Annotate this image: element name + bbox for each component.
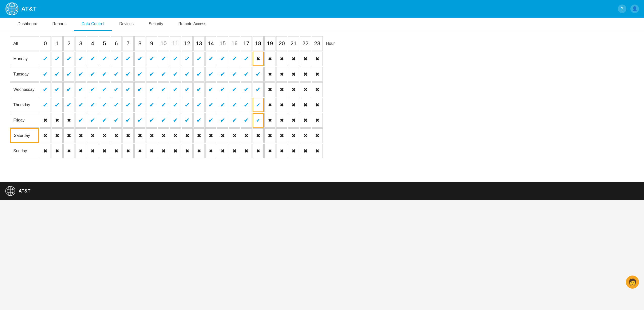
sat-3[interactable]: ✖ <box>75 128 86 143</box>
fri-19[interactable]: ✖ <box>264 113 275 128</box>
tue-8[interactable]: ✔ <box>134 67 145 82</box>
sat-7[interactable]: ✖ <box>123 128 134 143</box>
tue-6[interactable]: ✔ <box>111 67 122 82</box>
wed-15[interactable]: ✔ <box>217 82 228 97</box>
thu-11[interactable]: ✔ <box>170 98 181 112</box>
sun-15[interactable]: ✖ <box>217 144 228 158</box>
sat-1[interactable]: ✖ <box>52 128 63 143</box>
fri-4[interactable]: ✔ <box>87 113 98 128</box>
hour-18[interactable]: 18 <box>253 36 264 51</box>
sun-11[interactable]: ✖ <box>170 144 181 158</box>
sat-19[interactable]: ✖ <box>264 128 275 143</box>
wednesday-label[interactable]: Wednesday <box>10 82 39 97</box>
tue-19[interactable]: ✖ <box>264 67 275 82</box>
hour-17[interactable]: 17 <box>241 36 252 51</box>
thu-7[interactable]: ✔ <box>123 98 134 112</box>
thu-4[interactable]: ✔ <box>87 98 98 112</box>
wed-20[interactable]: ✖ <box>276 82 287 97</box>
hour-16[interactable]: 16 <box>229 36 240 51</box>
sat-20[interactable]: ✖ <box>276 128 287 143</box>
wed-16[interactable]: ✔ <box>229 82 240 97</box>
mon-10[interactable]: ✔ <box>158 52 169 66</box>
tue-5[interactable]: ✔ <box>99 67 110 82</box>
hour-7[interactable]: 7 <box>123 36 134 51</box>
tue-14[interactable]: ✔ <box>205 67 216 82</box>
thu-15[interactable]: ✔ <box>217 98 228 112</box>
mon-4[interactable]: ✔ <box>87 52 98 66</box>
hour-10[interactable]: 10 <box>158 36 169 51</box>
hour-4[interactable]: 4 <box>87 36 98 51</box>
hour-5[interactable]: 5 <box>99 36 110 51</box>
sat-11[interactable]: ✖ <box>170 128 181 143</box>
nav-dashboard[interactable]: Dashboard <box>10 18 45 31</box>
tue-9[interactable]: ✔ <box>146 67 157 82</box>
tue-17[interactable]: ✔ <box>241 67 252 82</box>
mon-15[interactable]: ✔ <box>217 52 228 66</box>
hour-2[interactable]: 2 <box>63 36 74 51</box>
fri-0[interactable]: ✖ <box>40 113 51 128</box>
wed-21[interactable]: ✖ <box>288 82 299 97</box>
fri-16[interactable]: ✔ <box>229 113 240 128</box>
thu-13[interactable]: ✔ <box>193 98 205 112</box>
wed-8[interactable]: ✔ <box>134 82 145 97</box>
tue-7[interactable]: ✔ <box>123 67 134 82</box>
hour-13[interactable]: 13 <box>193 36 205 51</box>
mon-17[interactable]: ✔ <box>241 52 252 66</box>
monday-label[interactable]: Monday <box>10 52 39 66</box>
thu-9[interactable]: ✔ <box>146 98 157 112</box>
fri-13[interactable]: ✔ <box>193 113 205 128</box>
mon-0[interactable]: ✔ <box>40 52 51 66</box>
thu-20[interactable]: ✖ <box>276 98 287 112</box>
hour-8[interactable]: 8 <box>134 36 145 51</box>
saturday-label[interactable]: Saturday <box>10 128 39 143</box>
mon-6[interactable]: ✔ <box>111 52 122 66</box>
sat-12[interactable]: ✖ <box>182 128 193 143</box>
wed-19[interactable]: ✖ <box>264 82 275 97</box>
fri-9[interactable]: ✔ <box>146 113 157 128</box>
wed-5[interactable]: ✔ <box>99 82 110 97</box>
wed-3[interactable]: ✔ <box>75 82 86 97</box>
sun-7[interactable]: ✖ <box>123 144 134 158</box>
wed-17[interactable]: ✔ <box>241 82 252 97</box>
hour-9[interactable]: 9 <box>146 36 157 51</box>
wed-22[interactable]: ✖ <box>300 82 311 97</box>
mon-9[interactable]: ✔ <box>146 52 157 66</box>
fri-11[interactable]: ✔ <box>170 113 181 128</box>
sun-17[interactable]: ✖ <box>241 144 252 158</box>
thu-2[interactable]: ✔ <box>63 98 74 112</box>
mon-23[interactable]: ✖ <box>312 52 323 66</box>
tue-18[interactable]: ✔ <box>253 67 264 82</box>
mon-16[interactable]: ✔ <box>229 52 240 66</box>
sat-21[interactable]: ✖ <box>288 128 299 143</box>
sun-6[interactable]: ✖ <box>111 144 122 158</box>
mon-8[interactable]: ✔ <box>134 52 145 66</box>
tue-15[interactable]: ✔ <box>217 67 228 82</box>
tue-16[interactable]: ✔ <box>229 67 240 82</box>
thu-0[interactable]: ✔ <box>40 98 51 112</box>
tue-0[interactable]: ✔ <box>40 67 51 82</box>
hour-0[interactable]: 0 <box>40 36 51 51</box>
fri-22[interactable]: ✖ <box>300 113 311 128</box>
thu-1[interactable]: ✔ <box>52 98 63 112</box>
sat-2[interactable]: ✖ <box>63 128 74 143</box>
mon-3[interactable]: ✔ <box>75 52 86 66</box>
thu-5[interactable]: ✔ <box>99 98 110 112</box>
wed-4[interactable]: ✔ <box>87 82 98 97</box>
tue-11[interactable]: ✔ <box>170 67 181 82</box>
hour-6[interactable]: 6 <box>111 36 122 51</box>
mon-12[interactable]: ✔ <box>182 52 193 66</box>
all-button[interactable]: All <box>10 36 39 51</box>
mon-5[interactable]: ✔ <box>99 52 110 66</box>
sat-13[interactable]: ✖ <box>193 128 205 143</box>
fri-23[interactable]: ✖ <box>312 113 323 128</box>
mon-14[interactable]: ✔ <box>205 52 216 66</box>
nav-remote-access[interactable]: Remote Access <box>171 18 214 31</box>
user-button[interactable]: 👤 <box>630 5 639 13</box>
sat-10[interactable]: ✖ <box>158 128 169 143</box>
sun-4[interactable]: ✖ <box>87 144 98 158</box>
mon-19[interactable]: ✖ <box>264 52 275 66</box>
tue-2[interactable]: ✔ <box>63 67 74 82</box>
thu-3[interactable]: ✔ <box>75 98 86 112</box>
sat-8[interactable]: ✖ <box>134 128 145 143</box>
nav-data-control[interactable]: Data Control <box>74 18 112 31</box>
